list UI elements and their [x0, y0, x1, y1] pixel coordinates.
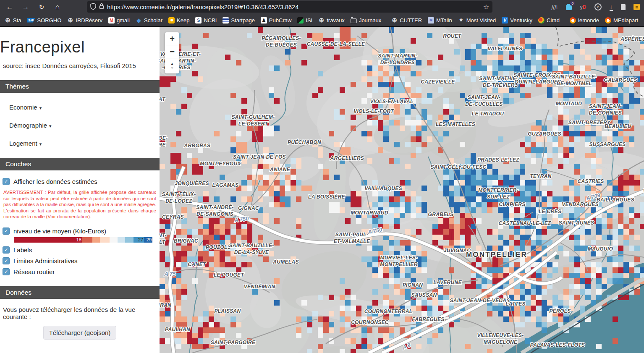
download-button[interactable]: Télécharger (geojson)	[43, 326, 117, 340]
reload-icon[interactable]	[35, 2, 48, 13]
sap-icon	[27, 18, 35, 23]
bookmark-Journaux[interactable]: Journaux	[348, 14, 384, 27]
lock-icon[interactable]	[99, 3, 104, 11]
gear-icon	[458, 17, 464, 24]
map-canvas[interactable]: A 75A 750A 750A 709A 9LA VACQUERIE-ET-SA…	[160, 27, 644, 353]
url-text[interactable]: https://www.comeetie.fr/galerie/francepi…	[107, 4, 480, 10]
home-icon[interactable]	[51, 2, 64, 13]
section-header-donnees: Données	[0, 286, 160, 299]
svg-text:SAINT-PARGOIRE: SAINT-PARGOIRE	[211, 340, 256, 345]
bookmark-Scholar[interactable]: Scholar	[133, 14, 165, 27]
theme-dropdown-logement[interactable]: Logement	[9, 140, 160, 147]
globe-icon	[5, 17, 11, 24]
bookmarks-bar: StaSORGHOIRDRéservgmailScholarKeepNCBISt…	[0, 14, 644, 27]
checkbox-labels[interactable]: Labels	[3, 246, 160, 254]
library-icon[interactable]	[552, 4, 558, 10]
svg-text:PÉROLS: PÉROLS	[549, 308, 571, 314]
theme-dropdown-démographie[interactable]: Démographie	[9, 122, 160, 129]
svg-text:SAINT-GÉLY-DU-FESC: SAINT-GÉLY-DU-FESC	[431, 164, 487, 170]
bookmark-Most Visited[interactable]: Most Visited	[455, 14, 499, 27]
bookmark-label: MTalin	[436, 17, 452, 24]
ghostery-badge: 0	[570, 1, 575, 5]
checkbox-reseau[interactable]: Réseau routier	[3, 268, 160, 275]
tilt-control[interactable]: ▲ ▼	[165, 58, 179, 73]
ghostery-icon[interactable]: 0	[566, 4, 572, 10]
legend-value: 18	[76, 237, 81, 243]
penguin-icon	[261, 17, 267, 24]
legend-segment	[125, 237, 134, 243]
bookmark-SORGHO[interactable]: SORGHO	[24, 14, 65, 27]
svg-text:SUSSARGUES: SUSSARGUES	[589, 141, 626, 147]
bookmark-ISI[interactable]: ISI	[294, 14, 315, 27]
bookmark-Cirad[interactable]: Cirad	[535, 14, 563, 27]
downloads-icon[interactable]	[610, 3, 613, 11]
bookmark-MEdiapart[interactable]: MEdiapart	[602, 14, 641, 27]
theme-dropdown-economie[interactable]: Economie	[9, 104, 160, 111]
svg-text:CAUSSE-DE-LA-SELLE: CAUSSE-DE-LA-SELLE	[307, 41, 365, 47]
source-note: source: insee Données carroyées, Filosof…	[3, 62, 160, 69]
shield-icon[interactable]	[90, 3, 96, 11]
isi-icon	[297, 17, 304, 24]
globe-icon	[318, 17, 325, 24]
svg-text:CASTELNAU-LE-LEZ: CASTELNAU-LE-LEZ	[499, 220, 551, 226]
bookmark-NCBI[interactable]: NCBI	[192, 14, 220, 27]
section-header-couches: Couches	[0, 158, 160, 170]
zoom-in-button[interactable]: +	[165, 32, 179, 45]
bookmark-star-icon[interactable]	[483, 3, 489, 11]
svg-text:ROUET: ROUET	[443, 33, 462, 39]
back-icon[interactable]	[3, 2, 16, 13]
bookmark-label: Ventusky	[510, 17, 532, 24]
bookmark-IRDRéserv[interactable]: IRDRéserv	[64, 14, 105, 27]
bookmark-travaux[interactable]: travaux	[315, 14, 348, 27]
checkbox-checked-icon	[3, 227, 10, 235]
bookmark-label: Scholar	[144, 17, 162, 24]
bookmark-PubCraw[interactable]: PubCraw	[258, 14, 294, 27]
svg-text:AUMELAS: AUMELAS	[272, 259, 298, 265]
checkbox-checked-icon	[3, 257, 10, 264]
bookmark-icon[interactable]	[641, 14, 644, 27]
svg-text:LAGAMAS: LAGAMAS	[212, 182, 239, 188]
checkbox-limites[interactable]: Limites Administratives	[3, 257, 160, 264]
bookmark-Startpage[interactable]: Startpage	[220, 14, 257, 27]
svg-text:GRABELS: GRABELS	[428, 212, 454, 217]
zoom-out-button[interactable]: −	[165, 45, 179, 58]
legend-segment	[82, 237, 92, 243]
tilt-up-icon[interactable]: ▲	[170, 62, 174, 66]
bookmark-Sta[interactable]: Sta	[2, 14, 24, 27]
folder-icon	[351, 18, 357, 23]
bookmark-gmail[interactable]: gmail	[105, 14, 133, 27]
bookmark-label: ISI	[306, 17, 312, 24]
reader-icon[interactable]	[621, 4, 626, 10]
url-bar[interactable]: https://www.comeetie.fr/galerie/francepi…	[87, 1, 492, 13]
checkbox-donnees-estimees[interactable]: Afficher les données estimées	[3, 178, 160, 185]
scholar-icon	[136, 17, 142, 24]
bookmark-CUTTER[interactable]: CUTTER	[388, 14, 425, 27]
bookmark-lemonde[interactable]: lemonde	[567, 14, 602, 27]
yd-extension-icon[interactable]: yD	[580, 4, 586, 10]
nav-toolbar: https://www.comeetie.fr/galerie/francepi…	[0, 0, 644, 14]
svg-text:CANET: CANET	[188, 261, 207, 267]
browser-window: https://www.comeetie.fr/galerie/francepi…	[0, 0, 644, 353]
warning-text: AVERTISSEMENT : Par défaut, la grille af…	[3, 189, 156, 220]
svg-text:PUÉCHABON: PUÉCHABON	[288, 139, 321, 145]
globe-icon	[67, 17, 73, 24]
checkbox-indicateur[interactable]: niveau de vie moyen (Kilo-Euros)	[3, 227, 160, 235]
svg-text:PRADES-LE-LEZ: PRADES-LE-LEZ	[477, 157, 519, 163]
legend-segment	[118, 237, 125, 243]
svg-text:VENDARGUES: VENDARGUES	[562, 201, 599, 207]
ventusky-icon	[502, 17, 508, 24]
map-view[interactable]: A 75A 750A 750A 709A 9LA VACQUERIE-ET-SA…	[160, 27, 644, 353]
bookmark-Ventusky[interactable]: Ventusky	[499, 14, 535, 27]
svg-text:GUZARGUES: GUZARGUES	[528, 131, 561, 137]
section-header-themes: Thèmes	[0, 80, 160, 93]
bookmark-Keep[interactable]: Keep	[165, 14, 192, 27]
lastpass-icon[interactable]	[634, 4, 640, 10]
svg-text:MAUGUIO: MAUGUIO	[588, 246, 613, 252]
pocket-icon[interactable]	[594, 3, 602, 10]
svg-text:ARGELLIERS: ARGELLIERS	[330, 155, 364, 161]
map-controls: + − ▲ ▼	[165, 32, 179, 73]
forward-icon[interactable]	[19, 2, 32, 13]
svg-text:TEYRAN: TEYRAN	[530, 173, 551, 179]
bookmark-MTalin[interactable]: MTalin	[425, 14, 455, 27]
tilt-down-icon[interactable]: ▼	[170, 66, 174, 70]
